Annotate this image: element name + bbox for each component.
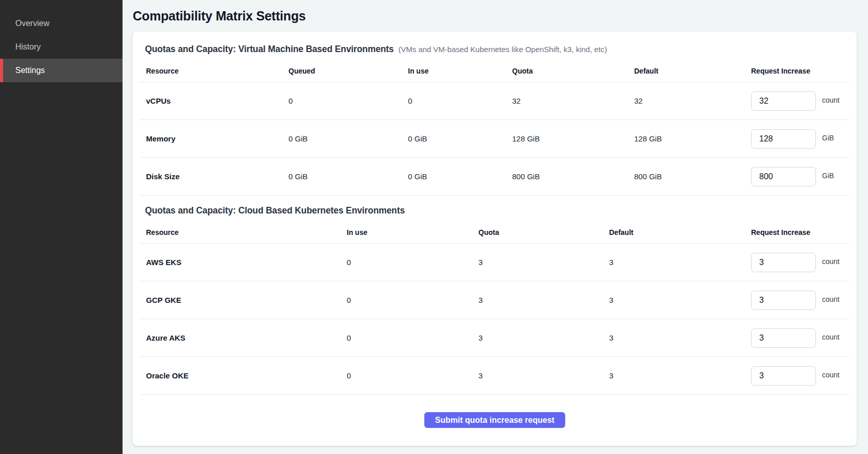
- resource-name: Oracle OKE: [140, 371, 341, 380]
- vm-quotas-section: Quotas and Capacity: Virtual Machine Bas…: [145, 44, 845, 196]
- queued-value: 0: [282, 97, 402, 105]
- table-row-vcpus: vCPUs 0 0 32 32 count: [140, 82, 850, 120]
- resource-name: AWS EKS: [140, 258, 341, 267]
- azure-aks-request-input[interactable]: [751, 328, 816, 348]
- vm-section-subtitle: (VMs and VM-based Kubernetes like OpenSh…: [398, 45, 607, 54]
- default-value: 128 GiB: [628, 134, 745, 143]
- quota-value: 800 GiB: [506, 172, 628, 181]
- unit-label: count: [822, 371, 839, 379]
- table-row-azure-aks: Azure AKS 0 3 3 count: [140, 319, 850, 357]
- in-use-value: 0: [341, 371, 472, 380]
- vcpus-request-input[interactable]: [751, 91, 816, 111]
- disk-size-request-input[interactable]: [751, 167, 816, 186]
- quota-value: 3: [472, 371, 603, 380]
- col-header-default: Default: [628, 67, 745, 75]
- col-header-resource: Resource: [140, 67, 282, 75]
- vm-section-title: Quotas and Capacity: Virtual Machine Bas…: [145, 44, 394, 55]
- table-header-row: Resource In use Quota Default Request In…: [140, 221, 850, 244]
- default-value: 3: [603, 258, 745, 267]
- sidebar-item-label: History: [15, 42, 41, 52]
- sidebar-item-settings[interactable]: Settings: [0, 59, 123, 82]
- col-header-request-increase: Request Increase: [745, 67, 850, 75]
- in-use-value: 0: [341, 258, 472, 267]
- resource-name: Disk Size: [140, 172, 282, 181]
- resource-name: Memory: [140, 134, 282, 143]
- table-row-oracle-oke: Oracle OKE 0 3 3 count: [140, 357, 850, 395]
- settings-card: Quotas and Capacity: Virtual Machine Bas…: [133, 32, 857, 446]
- queued-value: 0 GiB: [282, 172, 402, 181]
- sidebar-item-history[interactable]: History: [0, 35, 123, 59]
- oracle-oke-request-input[interactable]: [751, 366, 816, 386]
- sidebar: Overview History Settings: [0, 0, 123, 454]
- in-use-value: 0: [341, 333, 472, 342]
- table-row-memory: Memory 0 GiB 0 GiB 128 GiB 128 GiB GiB: [140, 120, 850, 158]
- default-value: 3: [603, 296, 745, 304]
- default-value: 800 GiB: [628, 172, 745, 181]
- col-header-default: Default: [603, 228, 745, 236]
- sidebar-item-overview[interactable]: Overview: [0, 12, 123, 35]
- k8s-section-title: Quotas and Capacity: Cloud Based Kuberne…: [145, 205, 405, 216]
- quota-value: 128 GiB: [506, 134, 628, 143]
- resource-name: GCP GKE: [140, 296, 341, 304]
- unit-label: GiB: [822, 134, 834, 142]
- col-header-quota: Quota: [472, 228, 603, 236]
- submit-quota-increase-button[interactable]: Submit quota increase request: [424, 412, 565, 428]
- quota-value: 3: [472, 258, 603, 267]
- col-header-quota: Quota: [506, 67, 628, 75]
- unit-label: GiB: [822, 172, 834, 180]
- main-content: Compatibility Matrix Settings Quotas and…: [123, 0, 868, 454]
- table-header-row: Resource Queued In use Quota Default Req…: [140, 60, 850, 82]
- in-use-value: 0 GiB: [402, 134, 506, 143]
- page-title: Compatibility Matrix Settings: [133, 9, 857, 23]
- table-row-gcp-gke: GCP GKE 0 3 3 count: [140, 281, 850, 319]
- col-header-resource: Resource: [140, 228, 341, 236]
- unit-label: count: [822, 257, 839, 266]
- col-header-request-increase: Request Increase: [745, 228, 850, 236]
- col-header-in-use: In use: [402, 67, 506, 75]
- quota-value: 32: [506, 97, 628, 105]
- quota-value: 3: [472, 333, 603, 342]
- resource-name: Azure AKS: [140, 333, 341, 342]
- gcp-gke-request-input[interactable]: [751, 291, 816, 310]
- k8s-quotas-table: Resource In use Quota Default Request In…: [140, 221, 850, 395]
- aws-eks-request-input[interactable]: [751, 253, 816, 272]
- col-header-queued: Queued: [282, 67, 402, 75]
- sidebar-item-label: Overview: [15, 19, 50, 28]
- default-value: 32: [628, 97, 745, 105]
- memory-request-input[interactable]: [751, 129, 816, 149]
- unit-label: count: [822, 96, 839, 104]
- default-value: 3: [603, 333, 745, 342]
- table-row-aws-eks: AWS EKS 0 3 3 count: [140, 244, 850, 281]
- in-use-value: 0: [402, 97, 506, 105]
- unit-label: count: [822, 333, 839, 341]
- queued-value: 0 GiB: [282, 134, 402, 143]
- vm-quotas-table: Resource Queued In use Quota Default Req…: [140, 60, 850, 196]
- k8s-quotas-section: Quotas and Capacity: Cloud Based Kuberne…: [145, 205, 845, 395]
- default-value: 3: [603, 371, 745, 380]
- in-use-value: 0 GiB: [402, 172, 506, 181]
- table-row-disk-size: Disk Size 0 GiB 0 GiB 800 GiB 800 GiB Gi…: [140, 158, 850, 196]
- in-use-value: 0: [341, 296, 472, 304]
- resource-name: vCPUs: [140, 97, 282, 105]
- unit-label: count: [822, 295, 839, 303]
- col-header-in-use: In use: [341, 228, 472, 236]
- sidebar-item-label: Settings: [15, 66, 45, 75]
- quota-value: 3: [472, 296, 603, 304]
